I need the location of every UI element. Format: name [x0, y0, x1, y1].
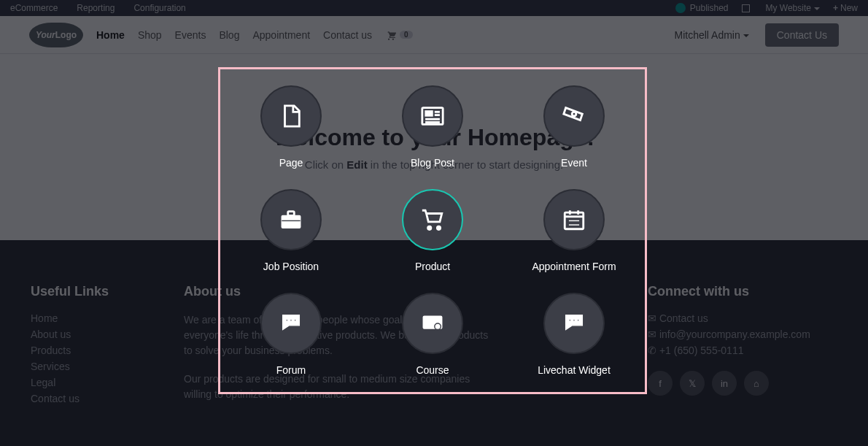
svg-point-23	[569, 319, 571, 321]
file-icon	[260, 85, 322, 147]
svg-rect-7	[282, 215, 301, 228]
modal-option-appointment-form[interactable]: Appointment Form	[503, 189, 645, 272]
svg-point-24	[573, 319, 576, 321]
modal-option-label: Event	[561, 157, 587, 169]
modal-option-job-position[interactable]: Job Position	[220, 189, 362, 272]
svg-rect-1	[425, 111, 433, 116]
modal-option-label: Livechat Widget	[538, 364, 611, 376]
svg-point-11	[437, 226, 441, 231]
svg-point-20	[294, 319, 296, 321]
modal-option-label: Job Position	[263, 261, 319, 272]
modal-option-blog-post[interactable]: Blog Post	[362, 85, 503, 169]
modal-option-label: Appointment Form	[532, 261, 616, 272]
news-icon	[402, 85, 463, 147]
svg-point-19	[290, 319, 292, 321]
svg-point-6	[572, 112, 576, 116]
ticket-icon	[543, 85, 605, 147]
svg-rect-8	[288, 212, 295, 216]
modal-options-grid: PageBlog PostEventJob PositionProductApp…	[220, 85, 645, 376]
modal-option-label: Product	[415, 261, 450, 272]
svg-point-10	[427, 226, 432, 231]
modal-option-product[interactable]: Product	[362, 189, 503, 272]
modal-option-forum[interactable]: Forum	[220, 293, 362, 376]
modal-option-livechat-widget[interactable]: Livechat Widget	[503, 293, 645, 376]
svg-point-25	[577, 319, 579, 321]
modal-option-label: Forum	[276, 364, 306, 376]
course-icon	[402, 293, 463, 354]
svg-point-18	[286, 319, 288, 321]
briefcase-icon	[260, 189, 322, 250]
modal-option-label: Page	[279, 157, 303, 169]
modal-option-page[interactable]: Page	[220, 85, 362, 169]
calendar-icon	[543, 189, 605, 250]
modal-option-course[interactable]: Course	[362, 293, 503, 376]
modal-option-event[interactable]: Event	[503, 85, 645, 169]
modal-option-label: Blog Post	[411, 157, 454, 169]
modal-option-label: Course	[416, 364, 449, 376]
cart-icon	[402, 189, 463, 250]
chat-icon	[260, 293, 322, 354]
chat-icon	[543, 293, 605, 354]
new-content-modal: PageBlog PostEventJob PositionProductApp…	[218, 67, 647, 394]
